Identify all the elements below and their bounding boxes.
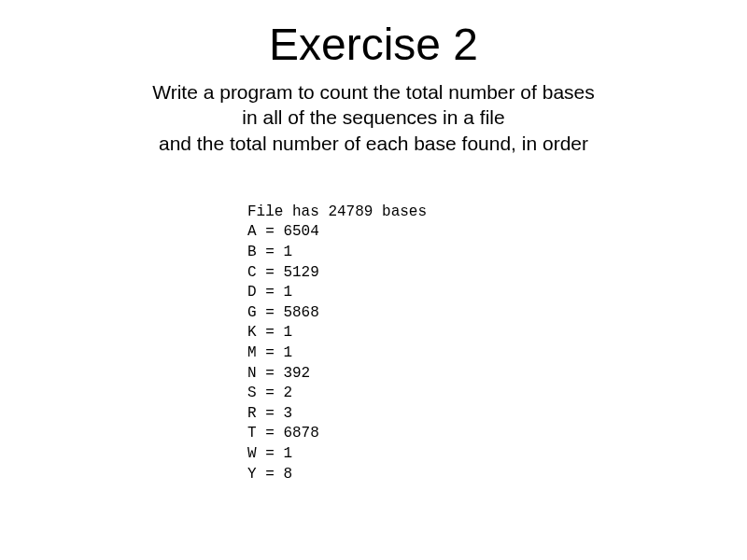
description-line-2: in all of the sequences in a file [242,106,504,128]
description-line-1: Write a program to count the total numbe… [152,81,595,103]
slide-title: Exercise 2 [0,19,747,70]
description-line-3: and the total number of each base found,… [159,133,588,154]
code-output: File has 24789 bases A = 6504 B = 1 C = … [247,203,747,484]
slide-description: Write a program to count the total numbe… [0,79,747,156]
slide-container: Exercise 2 Write a program to count the … [0,0,747,484]
